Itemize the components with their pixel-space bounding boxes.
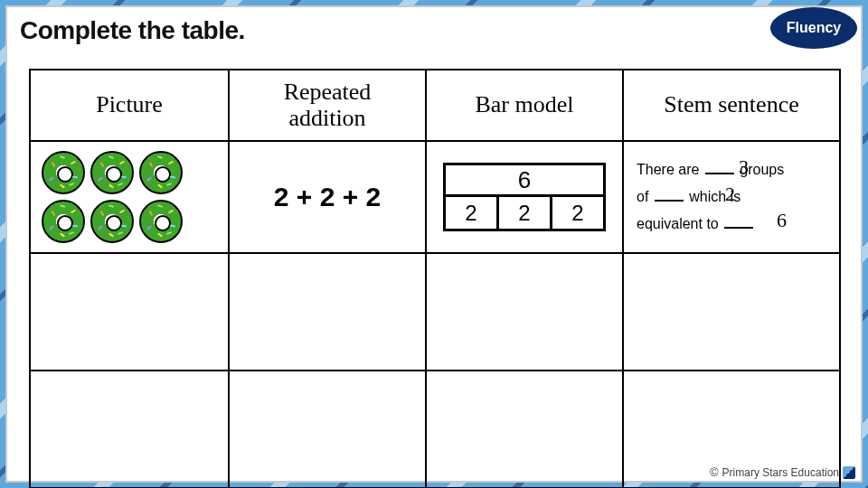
cell-stem-sentence: There are groups of which is equivalent …	[623, 141, 840, 253]
cell-empty	[426, 371, 623, 488]
donut-icon	[139, 200, 183, 243]
donut-icon	[42, 151, 85, 194]
fluency-badge-label: Fluency	[787, 20, 841, 36]
bar-model-parts: 2 2 2	[443, 197, 606, 231]
col-header-repeated-addition-l1: Repeated	[284, 79, 372, 105]
cell-empty	[426, 253, 623, 371]
brand-logo-icon	[843, 466, 855, 479]
cell-bar-model: 6 2 2 2	[426, 141, 623, 253]
stem-blank-equiv	[724, 214, 753, 229]
copyright-symbol: ©	[710, 465, 719, 479]
donut-grid	[34, 145, 224, 249]
cell-empty	[30, 371, 229, 488]
cell-empty	[30, 253, 229, 371]
fluency-badge: Fluency	[770, 7, 857, 49]
worksheet-table: Picture Repeated addition Bar model Stem…	[29, 69, 841, 488]
col-header-stem-sentence: Stem sentence	[623, 70, 840, 141]
stem-blank-groups	[705, 160, 734, 174]
table-row: 2 + 2 + 2 6 2 2 2	[30, 141, 840, 253]
bar-model-part: 2	[550, 197, 603, 229]
bar-model: 6 2 2 2	[443, 163, 606, 231]
stem-text: of	[637, 189, 648, 204]
donut-icon	[90, 200, 134, 243]
stem-fill-equiv: 6	[777, 202, 787, 239]
donut-icon	[139, 151, 183, 194]
stem-fill-groups: 3	[739, 148, 749, 186]
col-header-repeated-addition-l2: addition	[288, 105, 365, 131]
stem-blank-of	[655, 187, 684, 202]
stem-text: equivalent to	[637, 216, 719, 231]
bar-model-part: 2	[496, 197, 550, 229]
brand-name: Primary Stars Education	[722, 466, 839, 479]
cell-picture	[30, 141, 229, 253]
cell-empty	[229, 253, 426, 371]
donut-icon	[90, 151, 134, 194]
repeated-addition-value: 2 + 2 + 2	[233, 182, 421, 212]
stem-text: There are	[637, 162, 699, 177]
table-header-row: Picture Repeated addition Bar model Stem…	[30, 70, 840, 141]
donut-icon	[42, 200, 85, 243]
bar-model-part: 2	[446, 197, 496, 229]
bar-model-total: 6	[443, 163, 606, 197]
page-title: Complete the table.	[20, 16, 245, 45]
cell-empty	[623, 253, 840, 371]
cell-repeated-addition: 2 + 2 + 2	[229, 141, 426, 253]
col-header-repeated-addition: Repeated addition	[229, 70, 426, 141]
col-header-bar-model: Bar model	[426, 70, 623, 141]
table-row	[30, 253, 840, 371]
col-header-picture: Picture	[30, 70, 229, 141]
stem-sentence: There are groups of which is equivalent …	[627, 151, 835, 244]
cell-empty	[229, 371, 426, 488]
footer-copyright: © Primary Stars Education	[710, 465, 855, 479]
stem-fill-of: 2	[725, 175, 735, 213]
